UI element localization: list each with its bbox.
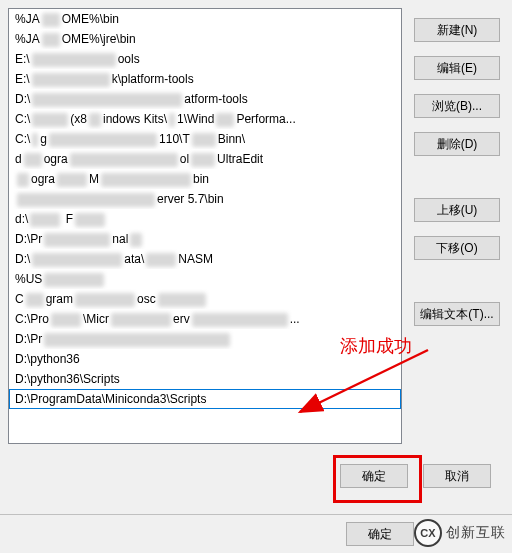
path-list-item[interactable]: D:\atform-tools [9, 89, 401, 109]
redacted-text-icon [51, 313, 81, 327]
watermark: CX 创新互联 [414, 519, 506, 547]
delete-button[interactable]: 删除(D) [414, 132, 500, 156]
path-list-item[interactable]: %JAOME%\bin [9, 9, 401, 29]
redacted-text-icon [75, 293, 135, 307]
redacted-text-icon [42, 13, 60, 27]
edit-text-button[interactable]: 编辑文本(T)... [414, 302, 500, 326]
redacted-text-icon [44, 333, 230, 347]
ok-button[interactable]: 确定 [340, 464, 408, 488]
redacted-text-icon [32, 253, 122, 267]
watermark-text: 创新互联 [446, 524, 506, 542]
redacted-text-icon [130, 233, 142, 247]
redacted-text-icon [17, 173, 29, 187]
redacted-text-icon [32, 53, 116, 67]
browse-button[interactable]: 浏览(B)... [414, 94, 500, 118]
path-list-item[interactable]: dograolUltraEdit [9, 149, 401, 169]
redacted-text-icon [57, 173, 87, 187]
redacted-text-icon [44, 233, 110, 247]
path-list-item[interactable]: D:\Pr [9, 329, 401, 349]
path-list-item[interactable]: C:\Pro\Micrerv... [9, 309, 401, 329]
redacted-text-icon [70, 153, 178, 167]
move-down-button[interactable]: 下移(O) [414, 236, 500, 260]
new-button[interactable]: 新建(N) [414, 18, 500, 42]
move-up-button[interactable]: 上移(U) [414, 198, 500, 222]
side-button-column: 新建(N) 编辑(E) 浏览(B)... 删除(D) 上移(U) 下移(O) 编… [414, 18, 500, 340]
path-list-item[interactable]: d:\ F [9, 209, 401, 229]
redacted-text-icon [111, 313, 171, 327]
path-list[interactable]: %JAOME%\bin%JAOME%\jre\binE:\oolsE:\k\pl… [9, 9, 401, 443]
redacted-text-icon [192, 313, 288, 327]
redacted-text-icon [192, 133, 216, 147]
dialog-bottom-buttons: 确定 取消 [340, 464, 503, 488]
redacted-text-icon [32, 73, 110, 87]
redacted-text-icon [158, 293, 206, 307]
cancel-button[interactable]: 取消 [423, 464, 491, 488]
watermark-badge-icon: CX [414, 519, 442, 547]
path-list-item[interactable]: ograMbin [9, 169, 401, 189]
footer-ok-button[interactable]: 确定 [346, 522, 414, 546]
path-list-item[interactable]: C:\(x8indows Kits\1\WindPerforma... [9, 109, 401, 129]
redacted-text-icon [89, 113, 101, 127]
redacted-text-icon [24, 153, 42, 167]
redacted-text-icon [169, 113, 175, 127]
redacted-text-icon [32, 113, 68, 127]
redacted-text-icon [17, 193, 155, 207]
path-list-item[interactable]: D:\python36 [9, 349, 401, 369]
path-list-item[interactable]: D:\ProgramData\Miniconda3\Scripts [9, 389, 401, 409]
redacted-text-icon [32, 133, 38, 147]
path-list-item[interactable]: Cgramosc [9, 289, 401, 309]
path-list-item[interactable]: D:\python36\Scripts [9, 369, 401, 389]
parent-dialog-footer: 确定 CX 创新互联 [0, 514, 512, 553]
path-list-panel: %JAOME%\bin%JAOME%\jre\binE:\oolsE:\k\pl… [8, 8, 402, 444]
env-var-edit-dialog: %JAOME%\bin%JAOME%\jre\binE:\oolsE:\k\pl… [0, 0, 512, 553]
redacted-text-icon [44, 273, 104, 287]
path-list-item[interactable]: %JAOME%\jre\bin [9, 29, 401, 49]
path-list-item[interactable]: erver 5.7\bin [9, 189, 401, 209]
redacted-text-icon [30, 213, 60, 227]
redacted-text-icon [101, 173, 191, 187]
redacted-text-icon [146, 253, 176, 267]
edit-button[interactable]: 编辑(E) [414, 56, 500, 80]
path-list-item[interactable]: C:\g110\TBinn\ [9, 129, 401, 149]
path-list-item[interactable]: D:\ata\NASM [9, 249, 401, 269]
redacted-text-icon [75, 213, 105, 227]
redacted-text-icon [191, 153, 215, 167]
path-list-item[interactable]: E:\k\platform-tools [9, 69, 401, 89]
path-list-item[interactable]: E:\ools [9, 49, 401, 69]
redacted-text-icon [49, 133, 157, 147]
redacted-text-icon [216, 113, 234, 127]
path-list-item[interactable]: %US [9, 269, 401, 289]
path-list-item[interactable]: D:\Prnal [9, 229, 401, 249]
redacted-text-icon [42, 33, 60, 47]
redacted-text-icon [32, 93, 182, 107]
redacted-text-icon [26, 293, 44, 307]
